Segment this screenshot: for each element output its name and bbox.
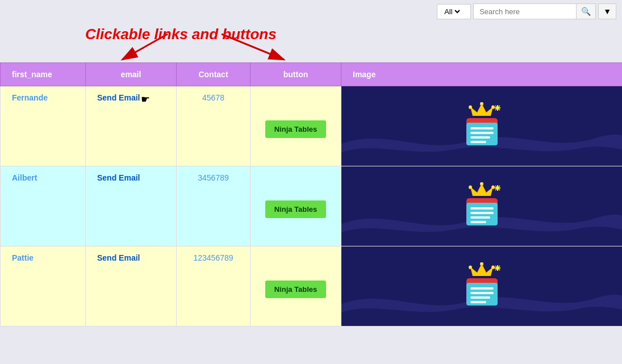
svg-rect-8 bbox=[470, 141, 486, 143]
ninja-logo-svg bbox=[458, 262, 506, 311]
svg-rect-25 bbox=[470, 221, 486, 223]
svg-point-15 bbox=[469, 105, 471, 108]
top-bar: All 🔍 ▼ bbox=[0, 0, 622, 23]
svg-rect-39 bbox=[470, 287, 494, 290]
options-dropdown-button[interactable]: ▼ bbox=[598, 3, 616, 19]
cell-firstname: Pattie bbox=[1, 246, 86, 327]
svg-rect-5 bbox=[470, 127, 494, 129]
cell-email: Send Email☛ bbox=[86, 86, 177, 166]
filter-dropdown[interactable]: All bbox=[442, 7, 462, 16]
cell-firstname: Fernande bbox=[1, 86, 86, 166]
ninja-tables-button[interactable]: Ninja Tables bbox=[265, 200, 327, 218]
table-row: Ailbert Send Email 3456789 Ninja Tables bbox=[1, 166, 623, 246]
svg-rect-24 bbox=[470, 216, 490, 219]
svg-rect-7 bbox=[470, 136, 490, 139]
ninja-logo-svg bbox=[458, 102, 506, 150]
contact-value: 45678 bbox=[202, 93, 224, 102]
ninja-logo-container bbox=[341, 166, 622, 246]
table-header-row: first_name email Contact button Image bbox=[1, 63, 623, 86]
header-image: Image bbox=[341, 63, 623, 86]
svg-rect-40 bbox=[470, 292, 494, 294]
cursor-icon: ☛ bbox=[141, 93, 150, 106]
svg-point-49 bbox=[469, 265, 471, 268]
svg-point-14 bbox=[491, 105, 494, 108]
cell-image bbox=[341, 86, 623, 166]
cell-image bbox=[341, 166, 623, 246]
svg-rect-22 bbox=[470, 207, 494, 210]
firstname-link[interactable]: Pattie bbox=[12, 253, 34, 262]
send-email-link[interactable]: Send Email bbox=[97, 93, 140, 102]
svg-point-48 bbox=[491, 265, 494, 268]
header-firstname: first_name bbox=[1, 63, 86, 86]
header-button: button bbox=[251, 63, 341, 86]
svg-point-31 bbox=[491, 185, 494, 188]
cell-contact: 3456789 bbox=[177, 166, 251, 246]
ninja-logo-svg bbox=[458, 182, 506, 231]
svg-rect-23 bbox=[470, 212, 494, 214]
contact-value: 3456789 bbox=[198, 173, 229, 182]
cell-email: Send Email bbox=[86, 246, 177, 327]
send-email-link[interactable]: Send Email bbox=[97, 173, 140, 182]
search-button[interactable]: 🔍 bbox=[576, 4, 595, 19]
cell-firstname: Ailbert bbox=[1, 166, 86, 246]
annotation-title: Clickable links and buttons bbox=[85, 26, 277, 43]
main-table: first_name email Contact button Image Fe… bbox=[0, 62, 622, 327]
ninja-logo-container bbox=[341, 86, 622, 166]
ninja-tables-button[interactable]: Ninja Tables bbox=[265, 281, 327, 298]
table-row: Pattie Send Email 123456789 Ninja Tables bbox=[1, 246, 623, 327]
cell-email: Send Email bbox=[86, 166, 177, 246]
header-contact: Contact bbox=[177, 63, 251, 86]
table-wrapper: first_name email Contact button Image Fe… bbox=[0, 62, 622, 327]
search-box: 🔍 bbox=[473, 3, 596, 19]
ninja-tables-button[interactable]: Ninja Tables bbox=[265, 120, 327, 138]
contact-value: 123456789 bbox=[193, 253, 233, 262]
table-row: Fernande Send Email☛ 45678 Ninja Tables bbox=[1, 86, 623, 166]
cell-contact: 123456789 bbox=[177, 246, 251, 327]
filter-select[interactable]: All bbox=[437, 4, 471, 19]
firstname-link[interactable]: Fernande bbox=[12, 93, 48, 102]
ninja-logo-container bbox=[341, 246, 622, 326]
svg-rect-42 bbox=[470, 301, 486, 303]
firstname-link[interactable]: Ailbert bbox=[12, 173, 37, 182]
cell-image bbox=[341, 246, 623, 327]
annotation-section: Clickable links and buttons bbox=[0, 23, 622, 62]
svg-rect-6 bbox=[470, 132, 494, 134]
search-input[interactable] bbox=[474, 5, 576, 19]
cell-contact: 45678 bbox=[177, 86, 251, 166]
cell-button: Ninja Tables bbox=[251, 166, 341, 246]
header-email: email bbox=[86, 63, 177, 86]
svg-rect-41 bbox=[470, 296, 490, 299]
cell-button: Ninja Tables bbox=[251, 246, 341, 327]
send-email-link[interactable]: Send Email bbox=[97, 253, 140, 262]
svg-point-32 bbox=[469, 185, 471, 188]
cell-button: Ninja Tables bbox=[251, 86, 341, 166]
